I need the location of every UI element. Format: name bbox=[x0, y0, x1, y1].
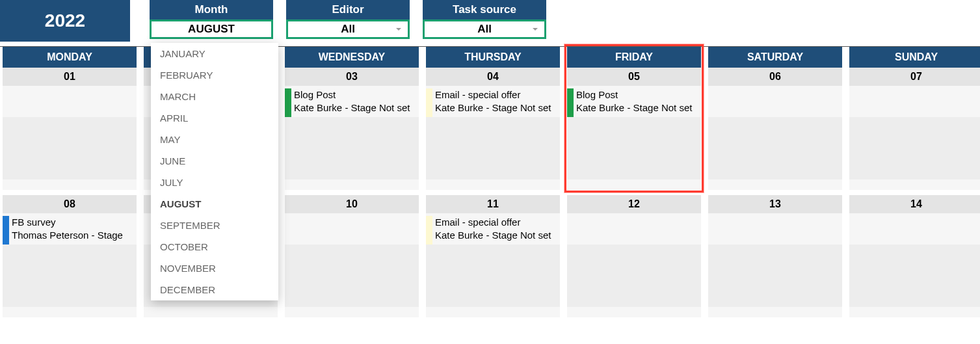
task-color-bar bbox=[567, 278, 574, 307]
task-source-value: All bbox=[477, 23, 492, 36]
calendar: MONDAYTUESDAYWEDNESDAYTHURSDAYFRIDAYSATU… bbox=[0, 47, 980, 317]
task-slot bbox=[426, 245, 560, 276]
task-slot bbox=[285, 213, 419, 245]
month-dropdown[interactable]: AUGUST bbox=[150, 20, 273, 39]
task-slot bbox=[708, 117, 842, 148]
month-value: AUGUST bbox=[188, 23, 235, 36]
day-cell[interactable] bbox=[849, 86, 980, 190]
year-box: 2022 bbox=[0, 0, 130, 42]
day-header: THURSDAY bbox=[426, 47, 560, 68]
day-header: FRIDAY bbox=[567, 47, 701, 68]
day-number: 08 bbox=[3, 195, 137, 213]
month-option[interactable]: JULY bbox=[151, 172, 278, 193]
day-cell[interactable] bbox=[708, 213, 842, 317]
task-color-bar bbox=[567, 216, 574, 245]
task-text: Blog PostKate Burke - Stage Not set bbox=[294, 88, 419, 115]
month-dropdown-menu[interactable]: JANUARYFEBRUARYMARCHAPRILMAYJUNEJULYAUGU… bbox=[151, 43, 278, 300]
month-option[interactable]: NOVEMBER bbox=[151, 258, 278, 279]
day-cell[interactable]: Email - special offerKate Burke - Stage … bbox=[426, 86, 560, 190]
day-number: 14 bbox=[849, 195, 980, 213]
day-number: 05 bbox=[567, 68, 701, 86]
task-slot bbox=[708, 86, 842, 117]
task-color-bar bbox=[708, 216, 715, 245]
day-cell[interactable] bbox=[567, 213, 701, 317]
task-color-bar bbox=[3, 88, 9, 117]
day-cell[interactable] bbox=[3, 86, 137, 190]
task-color-bar bbox=[144, 120, 150, 148]
task-text: Blog PostKate Burke - Stage Not set bbox=[576, 88, 701, 115]
day-cell[interactable]: Blog PostKate Burke - Stage Not set bbox=[285, 86, 419, 190]
day-cell[interactable]: Blog PostKate Burke - Stage Not set bbox=[567, 86, 701, 190]
task-color-bar bbox=[426, 216, 432, 245]
task-color-bar bbox=[426, 88, 432, 117]
task-item[interactable]: Blog PostKate Burke - Stage Not set bbox=[567, 86, 701, 117]
task-color-bar bbox=[567, 88, 574, 117]
month-option[interactable]: FEBRUARY bbox=[151, 64, 278, 86]
day-cell[interactable] bbox=[849, 213, 980, 317]
month-option[interactable]: JUNE bbox=[151, 150, 278, 172]
task-color-bar bbox=[3, 151, 9, 179]
task-slot bbox=[3, 276, 137, 307]
day-number: 04 bbox=[426, 68, 560, 86]
task-color-bar bbox=[849, 278, 856, 307]
day-header: MONDAY bbox=[3, 47, 137, 68]
task-item[interactable]: Email - special offerKate Burke - Stage … bbox=[426, 86, 560, 117]
task-slot bbox=[567, 148, 701, 179]
task-slot bbox=[567, 276, 701, 307]
chevron-down-icon bbox=[531, 25, 539, 33]
day-cell[interactable]: Email - special offerKate Burke - Stage … bbox=[426, 213, 560, 317]
month-option[interactable]: SEPTEMBER bbox=[151, 215, 278, 236]
task-title: Email - special offer bbox=[435, 88, 560, 101]
task-color-bar bbox=[3, 278, 9, 307]
month-option[interactable]: MAY bbox=[151, 129, 278, 150]
task-item[interactable]: FB surveyThomas Peterson - Stage Not set bbox=[3, 213, 137, 245]
task-color-bar bbox=[708, 151, 715, 179]
task-item[interactable]: Blog PostKate Burke - Stage Not set bbox=[285, 86, 419, 117]
task-slot bbox=[849, 86, 980, 117]
task-color-bar bbox=[285, 88, 291, 117]
task-slot bbox=[567, 213, 701, 245]
task-color-bar bbox=[426, 120, 432, 148]
task-slot bbox=[567, 245, 701, 276]
day-cell[interactable] bbox=[285, 213, 419, 317]
month-option[interactable]: AUGUST bbox=[151, 193, 278, 215]
task-color-bar bbox=[849, 120, 856, 148]
task-color-bar bbox=[144, 278, 150, 307]
task-slot bbox=[708, 213, 842, 245]
task-slot bbox=[849, 276, 980, 307]
editor-dropdown[interactable]: All bbox=[286, 20, 410, 39]
month-option[interactable]: DECEMBER bbox=[151, 279, 278, 300]
month-option[interactable]: APRIL bbox=[151, 107, 278, 129]
day-number: 10 bbox=[285, 195, 419, 213]
day-header: SUNDAY bbox=[849, 47, 980, 68]
task-text: Email - special offerKate Burke - Stage … bbox=[435, 216, 560, 243]
chevron-down-icon bbox=[395, 25, 403, 33]
editor-value: All bbox=[341, 23, 355, 36]
day-number: 13 bbox=[708, 195, 842, 213]
task-color-bar bbox=[849, 151, 856, 179]
task-color-bar bbox=[708, 120, 715, 148]
day-number: 01 bbox=[3, 68, 137, 86]
day-header: SATURDAY bbox=[708, 47, 842, 68]
task-slot bbox=[285, 148, 419, 179]
filter-editor-label: Editor bbox=[286, 0, 410, 20]
day-header: WEDNESDAY bbox=[285, 47, 419, 68]
month-option[interactable]: JANUARY bbox=[151, 43, 278, 64]
task-source-dropdown[interactable]: All bbox=[423, 20, 546, 39]
task-slot bbox=[285, 245, 419, 276]
filter-editor: Editor All bbox=[286, 0, 410, 39]
task-slot bbox=[849, 117, 980, 148]
task-item[interactable]: Email - special offerKate Burke - Stage … bbox=[426, 213, 560, 245]
day-cell[interactable]: FB surveyThomas Peterson - Stage Not set bbox=[3, 213, 137, 317]
day-number: 06 bbox=[708, 68, 842, 86]
month-option[interactable]: OCTOBER bbox=[151, 236, 278, 258]
task-sub: Kate Burke - Stage Not set bbox=[576, 101, 701, 114]
task-color-bar bbox=[3, 247, 9, 276]
month-option[interactable]: MARCH bbox=[151, 86, 278, 107]
filter-month: Month AUGUST bbox=[150, 0, 273, 39]
task-slot bbox=[849, 148, 980, 179]
task-title: Email - special offer bbox=[435, 216, 560, 229]
task-color-bar bbox=[567, 151, 574, 179]
day-cell[interactable] bbox=[708, 86, 842, 190]
task-slot bbox=[849, 213, 980, 245]
